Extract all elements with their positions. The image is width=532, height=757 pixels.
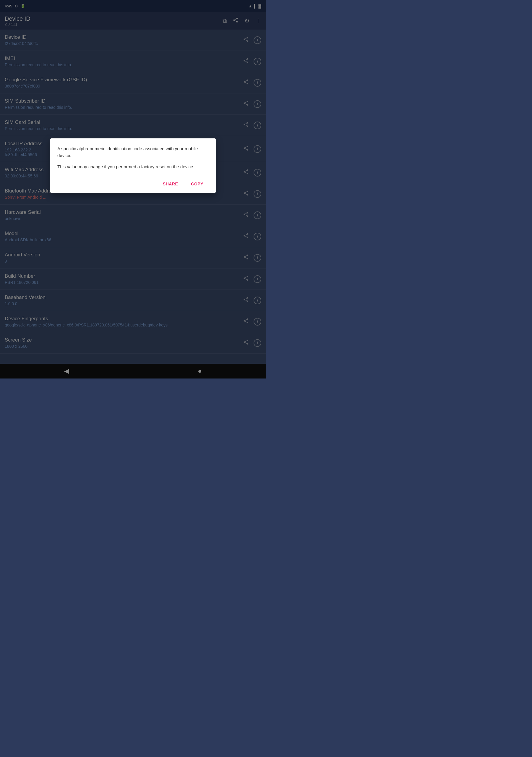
dialog-line2: This value may change if you performed a…	[57, 164, 209, 170]
info-dialog: A specific alpha-numeric identification …	[50, 138, 216, 193]
dialog-actions: SHARE COPY	[57, 176, 209, 189]
dialog-body: A specific alpha-numeric identification …	[57, 145, 209, 170]
share-button[interactable]: SHARE	[158, 179, 184, 189]
copy-button[interactable]: COPY	[186, 179, 209, 189]
dialog-overlay: A specific alpha-numeric identification …	[0, 0, 266, 378]
dialog-line1: A specific alpha-numeric identification …	[57, 145, 209, 159]
